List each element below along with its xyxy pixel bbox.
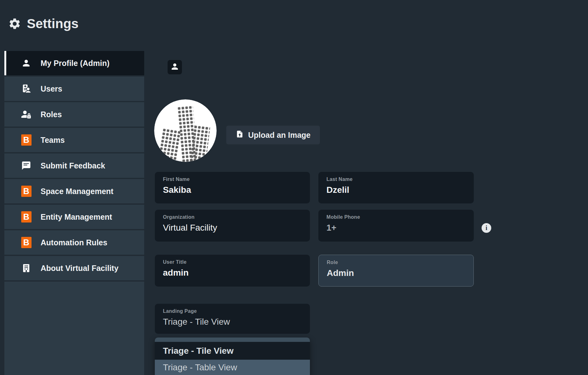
organization-field[interactable]: Organization Virtual Facility [155, 210, 310, 242]
user-title-value: admin [163, 268, 302, 278]
upload-image-button[interactable]: Upload an Image [226, 126, 320, 144]
sidebar-item-teams[interactable]: B Teams [4, 128, 144, 152]
user-title-field[interactable]: User Title admin [155, 255, 310, 287]
role-value: Admin [327, 268, 465, 278]
last-name-field[interactable]: Last Name Dzelil [318, 172, 474, 203]
landing-page-label: Landing Page [163, 308, 302, 314]
letter-b-icon: B [21, 134, 32, 146]
sidebar-empty-panel [4, 282, 144, 375]
dropdown-option-tile-view[interactable]: Triage - Tile View [155, 342, 310, 360]
building-icon [21, 262, 32, 274]
role-field: Role Admin [318, 255, 474, 287]
person-icon [170, 62, 179, 72]
mobile-phone-value: 1+ [326, 223, 466, 233]
letter-b-icon: B [21, 211, 32, 222]
info-icon[interactable]: i [482, 223, 491, 233]
person-lock-icon [21, 109, 32, 120]
page-title: Settings [27, 16, 79, 31]
last-name-label: Last Name [326, 177, 466, 182]
sidebar-item-label: Submit Feedback [41, 161, 105, 170]
mobile-phone-field[interactable]: Mobile Phone 1+ [318, 210, 474, 242]
dropdown-option-table-view[interactable]: Triage - Table View [155, 360, 310, 375]
sidebar-item-my-profile[interactable]: My Profile (Admin) [4, 51, 144, 75]
sidebar-item-label: My Profile (Admin) [41, 59, 110, 68]
sidebar-item-automation-rules[interactable]: B Automation Rules [4, 230, 144, 255]
file-upload-icon [236, 130, 244, 140]
sidebar-item-label: Space Management [41, 187, 113, 196]
sidebar-item-label: Roles [41, 110, 62, 119]
role-label: Role [327, 260, 465, 265]
small-avatar [168, 60, 182, 74]
landing-page-dropdown: Triage - Tile View Triage - Table View [155, 338, 310, 375]
sidebar-item-about-virtual-facility[interactable]: About Virtual Facility [4, 256, 144, 280]
organization-value: Virtual Facility [163, 223, 302, 233]
sidebar-item-label: About Virtual Facility [41, 264, 119, 273]
person-icon [21, 58, 32, 69]
landing-page-field[interactable]: Landing Page Triage - Tile View [155, 304, 310, 334]
sidebar-item-users[interactable]: Users [4, 77, 144, 101]
sidebar-item-space-management[interactable]: B Space Management [4, 179, 144, 203]
upload-image-label: Upload an Image [248, 131, 311, 140]
sidebar-item-label: Teams [41, 136, 65, 145]
letter-b-icon: B [21, 186, 32, 197]
sidebar-item-roles[interactable]: Roles [4, 102, 144, 127]
first-name-field[interactable]: First Name Sakiba [155, 172, 310, 203]
gear-icon [8, 17, 21, 30]
settings-sidebar: My Profile (Admin) Users Roles [4, 51, 144, 375]
profile-image [154, 99, 217, 162]
sidebar-item-label: Users [41, 84, 62, 93]
first-name-label: First Name [163, 177, 302, 182]
sidebar-item-entity-management[interactable]: B Entity Management [4, 205, 144, 229]
last-name-value: Dzelil [326, 185, 466, 195]
sidebar-item-label: Automation Rules [41, 238, 107, 247]
mobile-phone-label: Mobile Phone [326, 214, 466, 220]
page-header: Settings [8, 16, 79, 31]
letter-b-icon: B [21, 237, 32, 248]
sidebar-item-label: Entity Management [41, 212, 112, 222]
user-badge-icon [21, 83, 32, 94]
user-title-label: User Title [163, 259, 302, 265]
organization-label: Organization [163, 214, 302, 220]
comment-icon [21, 160, 32, 171]
first-name-value: Sakiba [163, 185, 302, 195]
sidebar-item-submit-feedback[interactable]: Submit Feedback [4, 153, 144, 178]
landing-page-value: Triage - Tile View [163, 317, 302, 327]
